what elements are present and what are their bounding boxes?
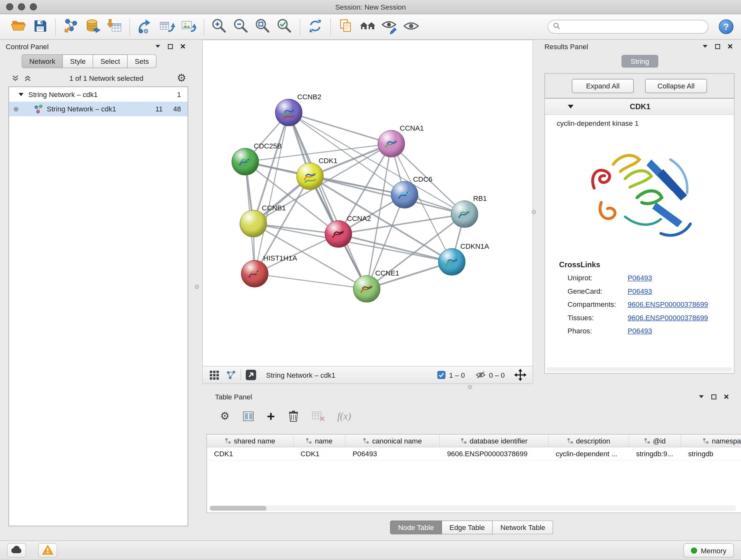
network-node-cdc6[interactable] bbox=[391, 181, 418, 208]
network-row[interactable]: String Network – cdk1 11 48 bbox=[9, 102, 188, 116]
zoom-out-button[interactable] bbox=[230, 16, 252, 38]
protein-header[interactable]: CDK1 bbox=[545, 99, 734, 115]
clone-network-button[interactable] bbox=[156, 16, 178, 38]
search-box[interactable] bbox=[548, 20, 709, 34]
memory-button[interactable]: Memory bbox=[683, 543, 734, 557]
cloud-status-button[interactable] bbox=[7, 543, 26, 557]
tab-string[interactable]: String bbox=[621, 55, 658, 68]
table-horizontal-scrollbar[interactable] bbox=[209, 505, 737, 511]
show-graphics-button[interactable] bbox=[400, 16, 422, 38]
network-collection-row[interactable]: String Network – cdk1 1 bbox=[9, 87, 188, 102]
crosslink-value-link[interactable]: P06493 bbox=[628, 327, 652, 334]
save-session-button[interactable] bbox=[29, 16, 51, 38]
selected-checkbox-icon[interactable] bbox=[437, 371, 446, 379]
panel-close-button[interactable] bbox=[180, 44, 186, 49]
tab-network-table[interactable]: Network Table bbox=[493, 520, 553, 534]
collapse-all-networks-button[interactable] bbox=[11, 74, 19, 82]
panel-float-button[interactable] bbox=[711, 394, 717, 399]
network-canvas[interactable]: CCNB2CCNA1CDC25BCDK1CDC6RB1CCNB1CCNA2CDK… bbox=[203, 40, 533, 366]
import-network-file-button[interactable] bbox=[60, 16, 82, 38]
network-node-hist1h1a[interactable] bbox=[241, 260, 268, 287]
hidden-eye-icon[interactable] bbox=[475, 371, 486, 379]
grid-view-icon[interactable] bbox=[209, 370, 219, 380]
network-node-cdk1[interactable] bbox=[296, 163, 324, 190]
tab-edge-table[interactable]: Edge Table bbox=[442, 520, 493, 534]
table-settings-gear-icon[interactable]: ⚙ bbox=[220, 411, 229, 422]
table-data-row[interactable]: CDK1CDK1P064939606.ENSP00000378699cyclin… bbox=[207, 447, 741, 460]
column-header-namespace[interactable]: namespace bbox=[681, 435, 741, 447]
table-cell[interactable]: cyclin-dependent ... bbox=[549, 447, 629, 460]
panel-close-button[interactable] bbox=[724, 394, 729, 400]
delete-table-icon[interactable] bbox=[312, 411, 325, 422]
vertical-splitter-handle[interactable] bbox=[532, 210, 536, 214]
home-layouts-button[interactable] bbox=[357, 16, 379, 38]
expand-all-button[interactable]: Expand All bbox=[572, 79, 634, 93]
tab-select[interactable]: Select bbox=[93, 54, 128, 68]
column-header-shared-name[interactable]: shared name bbox=[207, 435, 293, 447]
network-options-gear-icon[interactable]: ⚙ bbox=[177, 73, 186, 83]
export-image-button[interactable] bbox=[178, 16, 199, 38]
search-input[interactable] bbox=[564, 23, 703, 30]
column-header-description[interactable]: description bbox=[549, 435, 629, 447]
new-network-button[interactable] bbox=[134, 16, 156, 38]
delete-column-trash-icon[interactable] bbox=[287, 410, 299, 422]
network-node-rb1[interactable] bbox=[451, 200, 478, 228]
column-header-canonical-name[interactable]: canonical name bbox=[346, 435, 440, 447]
crosslink-value-link[interactable]: P06493 bbox=[628, 287, 652, 295]
expand-all-networks-button[interactable] bbox=[23, 74, 31, 82]
panel-collapse-button[interactable] bbox=[698, 395, 704, 399]
zoom-fit-button[interactable] bbox=[252, 16, 273, 38]
panel-collapse-button[interactable] bbox=[702, 44, 708, 48]
table-cell[interactable]: 9606.ENSP00000378699 bbox=[440, 447, 549, 460]
network-node-ccna2[interactable] bbox=[325, 220, 352, 248]
column-header-name[interactable]: name bbox=[293, 435, 346, 447]
network-node-ccnb2[interactable] bbox=[275, 99, 302, 126]
crosslink-value-link[interactable]: P06493 bbox=[628, 273, 652, 282]
import-table-button[interactable] bbox=[104, 16, 125, 38]
hide-annotations-button[interactable] bbox=[379, 16, 400, 38]
horizontal-splitter-handle[interactable] bbox=[468, 385, 472, 389]
table-cell[interactable]: stringdb:9... bbox=[629, 447, 681, 460]
crosslink-value-link[interactable]: 9606.ENSP00000378699 bbox=[628, 314, 708, 321]
table-cell[interactable]: CDK1 bbox=[207, 447, 293, 460]
tab-sets[interactable]: Sets bbox=[128, 54, 156, 68]
collapse-all-button[interactable]: Collapse All bbox=[645, 79, 707, 93]
network-node-cdc25b[interactable] bbox=[232, 148, 259, 176]
results-scrollbar[interactable] bbox=[546, 368, 732, 372]
zoom-in-button[interactable] bbox=[208, 16, 230, 38]
network-overview-icon[interactable] bbox=[226, 370, 237, 380]
zoom-selected-button[interactable] bbox=[273, 16, 295, 38]
open-session-button[interactable] bbox=[8, 16, 29, 38]
tab-network[interactable]: Network bbox=[22, 54, 63, 68]
network-node-ccne1[interactable] bbox=[353, 275, 381, 303]
panel-float-button[interactable] bbox=[715, 44, 720, 49]
column-header-id[interactable]: @id bbox=[629, 435, 681, 447]
protein-collapse-caret-icon[interactable] bbox=[568, 105, 574, 109]
crosslink-value-link[interactable]: 9606.ENSP00000378699 bbox=[628, 300, 708, 308]
network-node-ccna1[interactable] bbox=[378, 130, 405, 158]
help-button[interactable]: ? bbox=[719, 19, 733, 34]
panel-collapse-button[interactable] bbox=[155, 44, 161, 48]
import-network-database-button[interactable] bbox=[82, 16, 104, 38]
panel-close-button[interactable] bbox=[727, 44, 733, 49]
panel-float-button[interactable] bbox=[168, 44, 173, 49]
refresh-button[interactable] bbox=[305, 16, 326, 38]
table-cell[interactable]: stringdb bbox=[681, 447, 741, 460]
tab-node-table[interactable]: Node Table bbox=[390, 520, 442, 534]
column-header-database-identifier[interactable]: database identifier bbox=[440, 435, 549, 447]
warnings-button[interactable] bbox=[38, 543, 57, 557]
pan-mode-icon[interactable] bbox=[514, 369, 527, 381]
vertical-splitter-handle[interactable] bbox=[195, 285, 199, 289]
network-node-cdkn1a[interactable] bbox=[438, 248, 466, 275]
copy-button[interactable] bbox=[335, 16, 357, 38]
tab-style[interactable]: Style bbox=[63, 54, 93, 68]
tree-expand-caret-icon[interactable] bbox=[18, 92, 23, 97]
table-cell[interactable]: P06493 bbox=[346, 447, 440, 460]
show-columns-icon[interactable] bbox=[242, 410, 254, 422]
function-builder-icon[interactable]: f(x) bbox=[337, 410, 351, 422]
add-column-icon[interactable]: + bbox=[267, 409, 275, 423]
table-cell[interactable]: CDK1 bbox=[293, 447, 346, 460]
network-node-ccnb1[interactable] bbox=[240, 210, 267, 238]
scrollbar-thumb[interactable] bbox=[210, 506, 267, 511]
open-in-new-icon[interactable] bbox=[246, 369, 257, 381]
